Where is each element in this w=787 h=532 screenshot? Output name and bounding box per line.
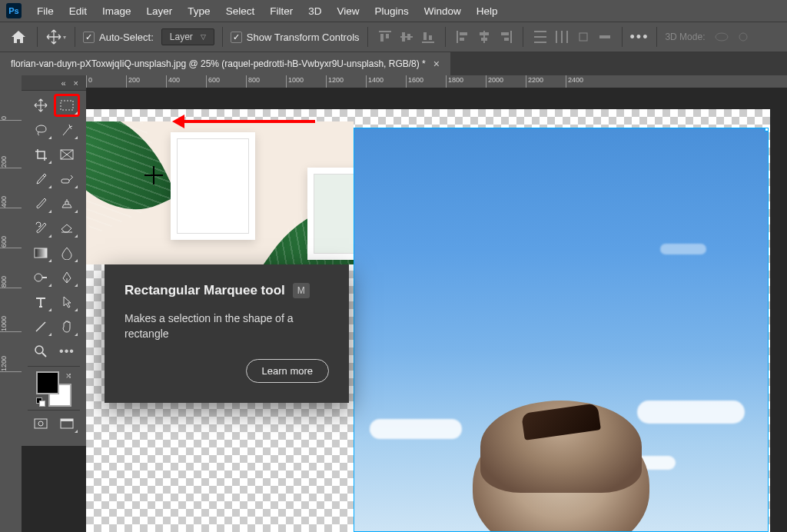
align-top-icon[interactable] xyxy=(376,28,394,46)
svg-rect-16 xyxy=(501,32,509,35)
spot-healing-brush-tool[interactable] xyxy=(55,169,78,189)
more-options-icon[interactable]: ••• xyxy=(630,29,649,45)
ruler-tick: 800 xyxy=(0,276,22,288)
default-colors-icon[interactable] xyxy=(36,397,45,407)
panel-collapse-strip[interactable]: « × xyxy=(22,75,86,91)
distribute-v-icon[interactable] xyxy=(531,28,550,46)
photo-layer[interactable] xyxy=(354,128,769,532)
align-vcenter-icon[interactable] xyxy=(397,28,416,46)
ruler-tick: 2000 xyxy=(486,75,503,88)
menu-layer[interactable]: Layer xyxy=(139,2,181,20)
menu-help[interactable]: Help xyxy=(469,2,506,20)
layer-dropdown[interactable]: Layer▽ xyxy=(161,28,214,45)
divider xyxy=(445,27,446,47)
edit-toolbar-button[interactable]: ••• xyxy=(55,341,78,361)
vertical-ruler[interactable]: 020040060080010001200 xyxy=(0,75,22,532)
menu-plugins[interactable]: Plugins xyxy=(367,2,416,20)
svg-point-33 xyxy=(35,346,43,354)
canvas[interactable]: Rectangular Marquee tool M Makes a selec… xyxy=(86,88,787,532)
distribute-group xyxy=(531,28,614,46)
screen-mode-tool[interactable] xyxy=(55,414,78,434)
ruler-tick: 400 xyxy=(166,75,180,88)
svg-rect-8 xyxy=(429,35,432,40)
checkbox-icon xyxy=(231,32,242,43)
3d-orbit-icon[interactable] xyxy=(712,28,731,46)
tooltip-preview-image xyxy=(86,121,354,264)
ruler-tick: 1800 xyxy=(446,75,463,88)
distribute-3-icon[interactable] xyxy=(574,28,593,46)
crop-tool[interactable] xyxy=(29,145,52,165)
align-bottom-icon[interactable] xyxy=(419,28,437,46)
gradient-tool[interactable] xyxy=(29,243,52,263)
dodge-tool[interactable] xyxy=(29,268,52,288)
svg-rect-2 xyxy=(386,34,389,38)
magic-wand-tool[interactable] xyxy=(55,120,78,140)
svg-rect-20 xyxy=(534,42,546,43)
svg-rect-22 xyxy=(561,31,563,43)
pen-tool[interactable] xyxy=(55,268,78,288)
svg-point-27 xyxy=(739,33,747,41)
menu-window[interactable]: Window xyxy=(417,2,469,20)
distribute-4-icon[interactable] xyxy=(596,28,614,46)
3d-pan-icon[interactable] xyxy=(734,28,752,46)
collapse-icon[interactable]: « xyxy=(61,78,65,88)
align-right-icon[interactable] xyxy=(496,28,515,46)
zoom-tool[interactable] xyxy=(29,341,52,361)
workspace: 020040060080010001200 -400-2000200400600… xyxy=(0,75,787,532)
align-left-icon[interactable] xyxy=(453,28,472,46)
svg-rect-24 xyxy=(579,33,587,41)
move-tool-icon[interactable]: ▾ xyxy=(45,26,67,48)
blur-tool[interactable] xyxy=(55,243,78,263)
distribute-h-icon[interactable] xyxy=(553,28,571,46)
menu-edit[interactable]: Edit xyxy=(61,2,95,20)
tab-title: florian-van-duyn-pXToxwjqIiQ-unsplash.jp… xyxy=(11,58,426,69)
svg-rect-18 xyxy=(534,31,546,32)
3d-mode-label: 3D Mode: xyxy=(665,32,705,42)
learn-more-button[interactable]: Learn more xyxy=(246,359,329,383)
svg-rect-15 xyxy=(510,31,512,43)
document-tab-bar: florian-van-duyn-pXToxwjqIiQ-unsplash.jp… xyxy=(0,52,787,75)
menu-type[interactable]: Type xyxy=(180,2,218,20)
svg-rect-19 xyxy=(534,36,546,38)
menu-select[interactable]: Select xyxy=(218,2,263,20)
path-selection-tool[interactable] xyxy=(55,292,78,312)
eraser-tool[interactable] xyxy=(55,218,78,238)
lasso-tool[interactable] xyxy=(29,120,52,140)
show-transform-label: Show Transform Controls xyxy=(247,32,360,43)
svg-rect-5 xyxy=(407,34,410,40)
menu-3d[interactable]: 3D xyxy=(301,2,329,20)
frame-tool[interactable] xyxy=(55,145,78,165)
menu-view[interactable]: View xyxy=(329,2,367,20)
color-swatches[interactable]: ⤭ xyxy=(36,371,71,407)
history-brush-tool[interactable] xyxy=(29,218,52,238)
type-tool[interactable] xyxy=(29,292,52,312)
brush-tool[interactable] xyxy=(29,194,52,214)
close-panel-icon[interactable]: × xyxy=(74,78,78,88)
rectangular-marquee-tool[interactable] xyxy=(55,95,78,115)
show-transform-checkbox[interactable]: Show Transform Controls xyxy=(231,32,360,43)
horizontal-ruler[interactable]: -400-20002004006008001000120014001600180… xyxy=(22,75,787,88)
menu-file[interactable]: File xyxy=(29,2,61,20)
foreground-color[interactable] xyxy=(36,371,59,394)
eyedropper-tool[interactable] xyxy=(29,169,52,189)
ruler-tick: 200 xyxy=(126,75,140,88)
transform-handle[interactable] xyxy=(765,128,769,131)
swap-colors-icon[interactable]: ⤭ xyxy=(65,371,71,380)
svg-rect-37 xyxy=(61,419,73,421)
svg-point-35 xyxy=(38,421,43,426)
menu-filter[interactable]: Filter xyxy=(262,2,301,20)
auto-select-checkbox[interactable]: Auto-Select: xyxy=(83,32,154,43)
ruler-tick: 2200 xyxy=(526,75,543,88)
line-tool[interactable] xyxy=(29,317,52,337)
quick-mask-tool[interactable] xyxy=(29,414,52,434)
close-tab-icon[interactable]: × xyxy=(433,58,440,70)
home-button[interactable] xyxy=(8,26,29,48)
ruler-tick: 1200 xyxy=(326,75,344,88)
move-tool[interactable] xyxy=(29,95,52,115)
svg-rect-23 xyxy=(566,31,568,43)
document-tab[interactable]: florian-van-duyn-pXToxwjqIiQ-unsplash.jp… xyxy=(0,52,450,75)
menu-image[interactable]: Image xyxy=(95,2,139,20)
hand-tool[interactable] xyxy=(55,317,78,337)
clone-stamp-tool[interactable] xyxy=(55,194,78,214)
align-hcenter-icon[interactable] xyxy=(475,28,493,46)
